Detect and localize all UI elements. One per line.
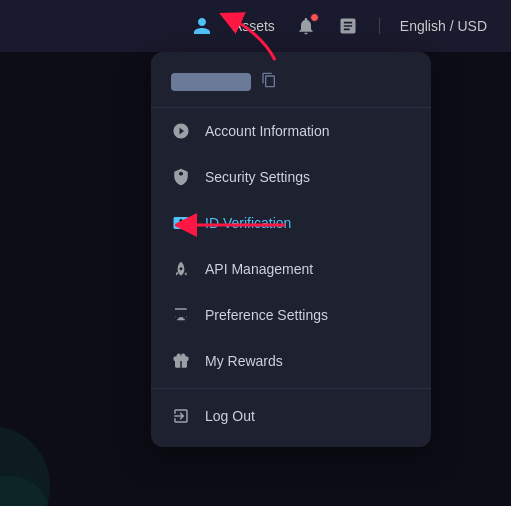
copy-icon[interactable] (261, 72, 277, 91)
assets-label: Assets (233, 18, 275, 34)
api-management-label: API Management (205, 261, 313, 277)
menu-header (151, 52, 431, 108)
menu-item-preference-settings[interactable]: Preference Settings (151, 292, 431, 338)
menu-item-account-information[interactable]: Account Information (151, 108, 431, 154)
notifications-icon[interactable] (295, 15, 317, 37)
user-profile-icon[interactable] (191, 15, 213, 37)
id-card-icon (171, 213, 191, 233)
id-verification-label: ID Verification (205, 215, 291, 231)
log-out-label: Log Out (205, 408, 255, 424)
security-settings-label: Security Settings (205, 169, 310, 185)
user-avatar (171, 73, 251, 91)
dropdown-menu: Account Information Security Settings ID… (151, 52, 431, 447)
preference-settings-label: Preference Settings (205, 307, 328, 323)
language-selector[interactable]: English / USD (400, 18, 487, 34)
screen-icon (171, 305, 191, 325)
nav-divider (379, 18, 380, 34)
gift-icon (171, 351, 191, 371)
language-label: English / USD (400, 18, 487, 34)
menu-item-my-rewards[interactable]: My Rewards (151, 338, 431, 384)
assets-nav-item[interactable]: Assets (233, 18, 275, 34)
account-information-label: Account Information (205, 123, 330, 139)
logout-icon (171, 406, 191, 426)
rocket-icon (171, 259, 191, 279)
menu-item-security-settings[interactable]: Security Settings (151, 154, 431, 200)
person-clock-icon (171, 121, 191, 141)
shield-icon (171, 167, 191, 187)
book-icon[interactable] (337, 15, 359, 37)
my-rewards-label: My Rewards (205, 353, 283, 369)
menu-separator (151, 388, 431, 389)
menu-item-log-out[interactable]: Log Out (151, 393, 431, 439)
menu-item-api-management[interactable]: API Management (151, 246, 431, 292)
navbar: Assets English / USD (0, 0, 511, 52)
menu-item-id-verification[interactable]: ID Verification (151, 200, 431, 246)
